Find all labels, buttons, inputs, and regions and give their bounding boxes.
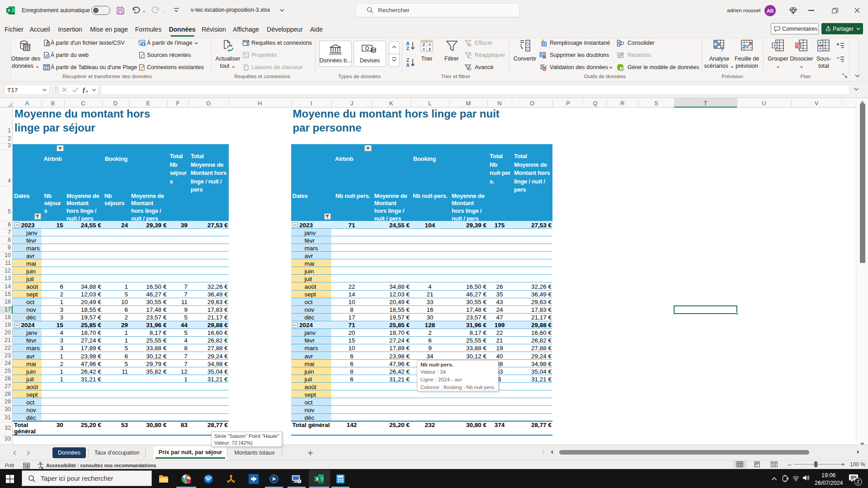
svg-text:A: A: [422, 47, 425, 52]
svg-text:Z: Z: [406, 46, 410, 51]
svg-text:Z: Z: [423, 42, 425, 47]
svg-text:X: X: [316, 476, 319, 482]
svg-text:J: J: [621, 67, 623, 70]
svg-text:A: A: [428, 42, 431, 47]
svg-text:f: f: [83, 87, 85, 94]
svg-text:Z: Z: [429, 47, 431, 52]
svg-text:X: X: [8, 8, 11, 13]
svg-text:A: A: [406, 62, 410, 68]
svg-text:?: ?: [720, 46, 724, 52]
svg-text:2: 2: [857, 479, 859, 484]
svg-text:r: r: [188, 480, 189, 484]
svg-text:x: x: [85, 89, 88, 94]
